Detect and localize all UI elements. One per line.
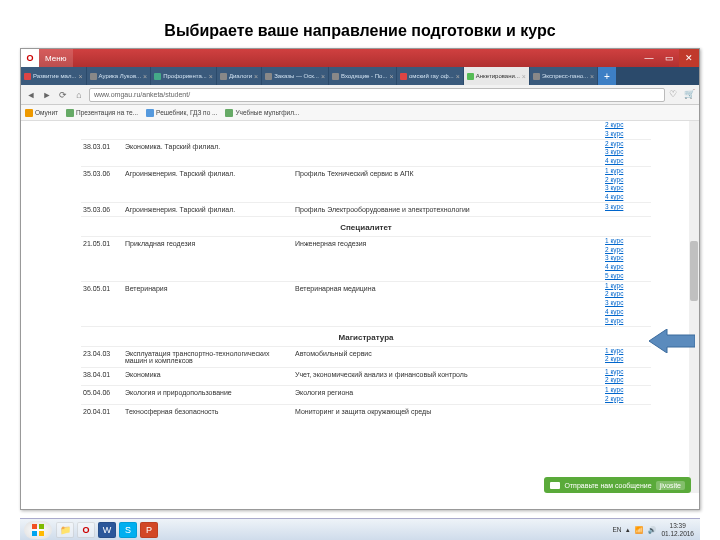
browser-menu-button[interactable]: Меню (39, 49, 73, 67)
course-link[interactable]: 4 курс (605, 308, 649, 317)
tray-clock[interactable]: 13:39 01.12.2016 (661, 522, 696, 536)
course-link[interactable]: 1 курс (605, 237, 649, 246)
course-link[interactable]: 1 курс (605, 282, 649, 291)
course-link[interactable]: 3 курс (605, 299, 649, 308)
browser-tab[interactable]: Анкетировани...× (464, 67, 530, 85)
reload-button[interactable]: ⟳ (57, 89, 69, 101)
bookmark-item[interactable]: Учебные мультфил... (225, 109, 299, 117)
chat-widget-label: Отправьте нам сообщение (564, 482, 651, 489)
course-link[interactable]: 2 курс (605, 355, 649, 364)
course-link[interactable]: 2 курс (605, 140, 649, 149)
browser-tab[interactable]: Экспресс-пано...× (530, 67, 598, 85)
home-button[interactable]: ⌂ (73, 89, 85, 101)
course-link[interactable]: 1 курс (605, 347, 649, 356)
tray-volume-icon[interactable]: 🔊 (648, 526, 656, 534)
bookmark-item[interactable]: Решебник, ГДЗ по ... (146, 109, 217, 117)
course-link[interactable]: 2 курс (605, 395, 649, 404)
course-link[interactable]: 5 курс (605, 272, 649, 281)
table-row: 36.05.01ВетеринарияВетеринарная медицина… (81, 281, 651, 326)
course-link[interactable]: 1 курс (605, 368, 649, 377)
browser-titlebar: O Меню — ▭ ✕ (21, 49, 699, 67)
window-minimize-button[interactable]: — (639, 49, 659, 67)
program-code: 05.04.06 (81, 386, 123, 404)
chat-brand-label: jivosite (656, 481, 685, 490)
browser-tab[interactable]: Входящие - По...× (329, 67, 397, 85)
new-tab-button[interactable]: + (598, 67, 616, 85)
bookmark-label: Презентация на те... (76, 109, 138, 116)
tab-close-icon[interactable]: × (209, 73, 213, 80)
tab-close-icon[interactable]: × (143, 73, 147, 80)
svg-rect-0 (32, 524, 37, 529)
tab-close-icon[interactable]: × (78, 73, 82, 80)
course-link[interactable]: 2 курс (605, 376, 649, 385)
tray-network-icon[interactable]: 📶 (635, 526, 643, 534)
table-row: 35.03.06Агроинженерия. Тарский филиал.Пр… (81, 166, 651, 202)
favorite-icon[interactable]: ♡ (669, 89, 680, 100)
tab-close-icon[interactable]: × (522, 73, 526, 80)
taskbar-opera-icon[interactable]: O (77, 522, 95, 538)
program-profile: Профиль Технический сервис в АПК (293, 167, 603, 202)
program-profile: Автомобильный сервис (293, 347, 603, 367)
course-list: 1 курс2 курс3 курс4 курс5 курс (603, 282, 651, 326)
course-link[interactable]: 3 курс (605, 203, 649, 212)
svg-rect-1 (39, 524, 44, 529)
course-link[interactable]: 2 курс (605, 290, 649, 299)
course-list: 1 курс2 курс (603, 347, 651, 367)
program-name: Прикладная геодезия (123, 237, 293, 281)
course-link[interactable]: 3 курс (605, 254, 649, 263)
opera-logo-icon[interactable]: O (21, 49, 39, 67)
browser-tab[interactable]: Заказы — Оск...× (262, 67, 329, 85)
course-link[interactable]: 4 курс (605, 157, 649, 166)
course-link[interactable]: 2 курс (605, 121, 649, 130)
scrollbar-thumb[interactable] (690, 241, 698, 301)
program-name (123, 121, 293, 139)
course-link[interactable]: 5 курс (605, 317, 649, 326)
window-maximize-button[interactable]: ▭ (659, 49, 679, 67)
course-list: 2 курс3 курс (603, 121, 651, 139)
program-profile: Ветеринарная медицина (293, 282, 603, 326)
bookmark-favicon-icon (66, 109, 74, 117)
forward-button[interactable]: ► (41, 89, 53, 101)
cart-icon[interactable]: 🛒 (684, 89, 695, 100)
program-name: Экономика. Тарский филиал. (123, 140, 293, 166)
tab-close-icon[interactable]: × (254, 73, 258, 80)
taskbar-powerpoint-icon[interactable]: P (140, 522, 158, 538)
taskbar-explorer-icon[interactable]: 📁 (56, 522, 74, 538)
course-link[interactable]: 2 курс (605, 246, 649, 255)
page-scrollbar[interactable] (689, 121, 699, 493)
browser-tab[interactable]: Развитие мал...× (21, 67, 87, 85)
browser-tab[interactable]: Диалоги× (217, 67, 262, 85)
window-close-button[interactable]: ✕ (679, 49, 699, 67)
browser-tab[interactable]: Аурика Луков...× (87, 67, 152, 85)
course-link[interactable]: 3 курс (605, 130, 649, 139)
program-name: Эксплуатация транспортно-технологических… (123, 347, 293, 367)
course-link[interactable]: 4 курс (605, 193, 649, 202)
slide-title: Выбираете ваше направление подготовки и … (0, 0, 720, 48)
back-button[interactable]: ◄ (25, 89, 37, 101)
tab-strip: Развитие мал...×Аурика Луков...×Профорие… (21, 67, 699, 85)
section-header: Магистратура (81, 326, 651, 346)
course-link[interactable]: 3 курс (605, 184, 649, 193)
course-link[interactable]: 4 курс (605, 263, 649, 272)
taskbar-word-icon[interactable]: W (98, 522, 116, 538)
browser-tab[interactable]: омский гау оф...× (397, 67, 464, 85)
tab-close-icon[interactable]: × (321, 73, 325, 80)
bookmark-favicon-icon (225, 109, 233, 117)
taskbar-skype-icon[interactable]: S (119, 522, 137, 538)
tray-flag-icon[interactable]: ▴ (626, 526, 630, 534)
tab-close-icon[interactable]: × (389, 73, 393, 80)
start-button[interactable] (24, 521, 52, 539)
browser-tab[interactable]: Профориента...× (151, 67, 217, 85)
url-input[interactable]: www.omgau.ru/anketa/student/ (89, 88, 665, 102)
svg-rect-2 (32, 531, 37, 536)
bookmark-item[interactable]: Омунит (25, 109, 58, 117)
chat-widget[interactable]: Отправьте нам сообщение jivosite (544, 477, 691, 493)
course-link[interactable]: 3 курс (605, 148, 649, 157)
course-link[interactable]: 2 курс (605, 176, 649, 185)
tray-lang-indicator[interactable]: EN (612, 526, 621, 533)
course-link[interactable]: 1 курс (605, 386, 649, 395)
bookmark-item[interactable]: Презентация на те... (66, 109, 138, 117)
tab-close-icon[interactable]: × (590, 73, 594, 80)
course-link[interactable]: 1 курс (605, 167, 649, 176)
tab-close-icon[interactable]: × (456, 73, 460, 80)
